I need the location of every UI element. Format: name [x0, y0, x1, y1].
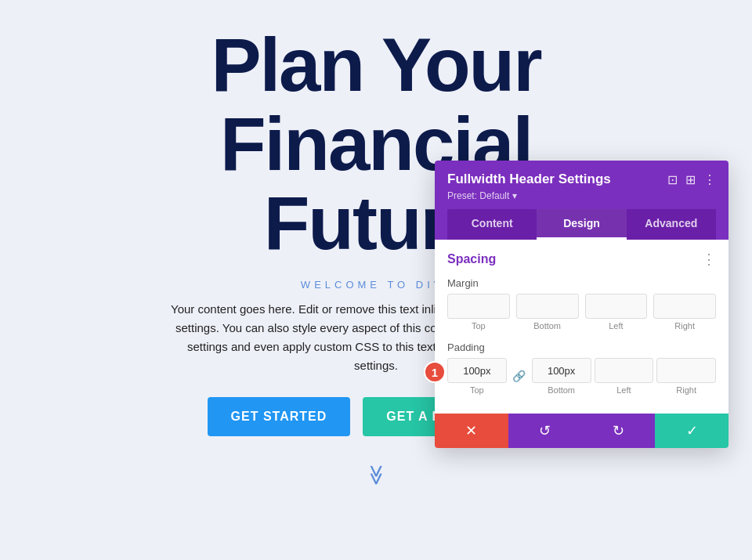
padding-left-cell: Left — [595, 358, 654, 395]
margin-top-cell: Top — [447, 294, 510, 331]
padding-left-label: Left — [616, 385, 631, 395]
cancel-button[interactable]: ✕ — [435, 414, 508, 448]
margin-right-input[interactable] — [653, 294, 716, 319]
padding-right-label: Right — [676, 385, 696, 395]
padding-right-input[interactable] — [656, 358, 716, 383]
columns-icon[interactable]: ⊞ — [685, 172, 696, 187]
margin-bottom-label: Bottom — [533, 321, 561, 331]
padding-bottom-input[interactable] — [532, 358, 591, 383]
tab-design[interactable]: Design — [537, 209, 626, 240]
hero-title-line1: Plan Your — [211, 23, 540, 107]
padding-bottom-label: Bottom — [548, 385, 575, 395]
panel-footer: ✕ ↺ ↻ ✓ — [435, 414, 728, 448]
padding-bottom-cell: Bottom — [532, 358, 591, 395]
padding-top-cell: Top — [447, 358, 507, 395]
padding-top-input[interactable] — [447, 358, 507, 383]
panel-tabs: Content Design Advanced — [447, 209, 716, 240]
padding-left-input[interactable] — [595, 358, 654, 383]
save-button[interactable]: ✓ — [655, 414, 728, 448]
more-icon[interactable]: ⋮ — [703, 172, 716, 187]
margin-right-cell: Right — [653, 294, 716, 331]
padding-link-icon[interactable]: 🔗 — [510, 367, 529, 386]
panel-body: Spacing ⋮ Margin Top Bottom — [435, 240, 728, 414]
margin-top-input[interactable] — [447, 294, 510, 319]
redo-button[interactable]: ↻ — [582, 414, 656, 448]
padding-fields-row: Top 🔗 Bottom Left Right — [447, 358, 716, 395]
hero-section: Plan Your Financial Future Welcome to Di… — [0, 0, 752, 560]
settings-panel: Fullwidth Header Settings ⊡ ⊞ ⋮ Preset: … — [435, 161, 728, 448]
margin-section: Margin Top Bottom Left — [447, 277, 716, 331]
spacing-menu-icon[interactable]: ⋮ — [702, 251, 716, 268]
tab-content[interactable]: Content — [447, 209, 537, 240]
tab-advanced[interactable]: Advanced — [627, 209, 716, 240]
undo-button[interactable]: ↺ — [508, 414, 582, 448]
panel-preset[interactable]: Preset: Default ▾ — [447, 190, 716, 201]
restore-icon[interactable]: ⊡ — [667, 172, 678, 187]
margin-left-input[interactable] — [585, 294, 648, 319]
margin-label: Margin — [447, 277, 716, 289]
scroll-down-icon[interactable]: ≫ — [364, 464, 389, 486]
margin-left-label: Left — [609, 321, 623, 331]
padding-right-cell: Right — [656, 358, 716, 395]
panel-header-icons: ⊡ ⊞ ⋮ — [667, 172, 716, 187]
panel-title: Fullwidth Header Settings — [447, 172, 611, 187]
spacing-section-header: Spacing ⋮ — [447, 251, 716, 268]
panel-header: Fullwidth Header Settings ⊡ ⊞ ⋮ Preset: … — [435, 161, 728, 240]
hero-subtitle: Welcome to Divi — [301, 279, 451, 291]
get-started-button[interactable]: Get Started — [208, 397, 351, 436]
panel-header-top: Fullwidth Header Settings ⊡ ⊞ ⋮ — [447, 172, 716, 187]
margin-top-label: Top — [472, 321, 486, 331]
spacing-title: Spacing — [447, 252, 496, 266]
margin-bottom-input[interactable] — [516, 294, 579, 319]
padding-label: Padding — [447, 341, 716, 353]
margin-bottom-cell: Bottom — [516, 294, 579, 331]
padding-section: Padding Top 🔗 Bottom Left — [447, 341, 716, 395]
margin-right-label: Right — [674, 321, 695, 331]
margin-fields-row: Top Bottom Left Right — [447, 294, 716, 331]
badge-1: 1 — [424, 361, 446, 383]
padding-top-label: Top — [470, 385, 484, 395]
margin-left-cell: Left — [585, 294, 648, 331]
